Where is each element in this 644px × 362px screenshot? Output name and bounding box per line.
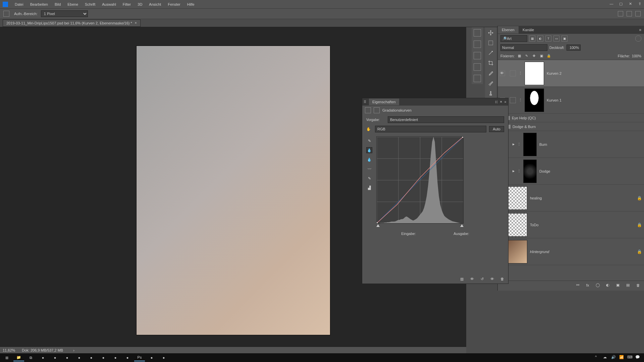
layer-kurven-2[interactable]: 👁 ⋮ Kurven 2 xyxy=(498,60,644,87)
canvas[interactable] xyxy=(137,46,330,335)
menu-ebene[interactable]: Ebene xyxy=(64,1,82,8)
disclosure-icon[interactable]: ▶ xyxy=(513,170,515,173)
minimize-icon[interactable]: — xyxy=(609,1,614,6)
lock-nest-icon[interactable]: ▣ xyxy=(539,53,544,59)
auto-button[interactable]: Auto xyxy=(489,126,504,132)
black-slider[interactable] xyxy=(376,224,380,227)
status-menu-icon[interactable]: › xyxy=(73,348,74,352)
group-icon[interactable]: ▣ xyxy=(615,283,621,288)
maximize-icon[interactable]: ▢ xyxy=(619,1,623,6)
stamp-icon[interactable] xyxy=(487,89,494,97)
mask-thumb[interactable] xyxy=(523,133,537,156)
layer-thumb[interactable] xyxy=(508,240,527,263)
app-icon-2[interactable]: ● xyxy=(50,354,60,361)
menu-bild[interactable]: Bild xyxy=(51,1,64,8)
share-icon[interactable]: ⇪ xyxy=(637,1,642,6)
filter-smart-icon[interactable]: ▣ xyxy=(561,36,568,42)
toggle-visibility-icon[interactable]: 👁 xyxy=(489,276,495,282)
delete-icon[interactable]: 🗑 xyxy=(635,283,641,288)
lock-icon[interactable]: 🔒 xyxy=(637,223,642,227)
app-icon-7[interactable]: ● xyxy=(110,354,121,361)
tab-kanaele[interactable]: Kanäle xyxy=(519,26,538,34)
layer-healing[interactable]: healing 🔒 xyxy=(498,185,644,212)
panel-icon-3[interactable] xyxy=(474,52,481,59)
layer-hintergrund[interactable]: Hintergrund 🔒 xyxy=(498,238,644,265)
marquee-icon[interactable] xyxy=(487,39,494,47)
point-tool-icon[interactable]: ✎ xyxy=(366,138,372,144)
menu-ansicht[interactable]: Ansicht xyxy=(146,1,164,8)
app-icon-10[interactable]: ● xyxy=(158,354,169,361)
explorer-icon[interactable]: 📁 xyxy=(13,354,24,361)
app-icon-1[interactable]: ● xyxy=(38,354,48,361)
fill-value[interactable]: 100% xyxy=(632,54,641,58)
lock-pos-icon[interactable]: ✥ xyxy=(531,53,537,59)
mask-icon[interactable]: ◯ xyxy=(595,283,600,288)
link-layers-icon[interactable]: ⚯ xyxy=(575,283,580,288)
menu-filter[interactable]: Filter xyxy=(119,1,134,8)
layer-dodge[interactable]: ▶ ⋮ Dodge xyxy=(498,158,644,185)
layer-thumb[interactable] xyxy=(508,213,527,237)
visibility-icon[interactable]: 👁 xyxy=(500,71,505,76)
tab-ebenen[interactable]: Ebenen xyxy=(498,26,519,34)
smooth-icon[interactable]: 〰 xyxy=(366,166,372,172)
photoshop-icon[interactable]: Ps xyxy=(134,354,145,361)
eyedropper-black-icon[interactable]: 💧 xyxy=(366,147,372,153)
filter-shape-icon[interactable]: ▭ xyxy=(553,36,559,42)
menu-schrift[interactable]: Schrift xyxy=(82,1,99,8)
clip-icon[interactable]: ▥ xyxy=(459,276,465,282)
lang-icon[interactable]: ⌨ xyxy=(627,355,633,360)
sample-size-select[interactable]: 1 Pixel xyxy=(41,10,88,17)
mask-thumb[interactable] xyxy=(525,88,544,112)
zoom-level[interactable]: 11,62% xyxy=(3,348,15,352)
tray-up-icon[interactable]: ^ xyxy=(595,355,600,360)
menu-datei[interactable]: Datei xyxy=(11,1,27,8)
new-layer-icon[interactable]: ▤ xyxy=(625,283,631,288)
brush-icon[interactable] xyxy=(487,79,494,87)
lock-paint-icon[interactable]: ✎ xyxy=(524,53,529,59)
mask-thumb[interactable] xyxy=(525,62,544,85)
targeted-adjust-icon[interactable]: ✋ xyxy=(366,127,372,131)
panel-icon-1[interactable] xyxy=(474,29,481,37)
eyedropper-icon[interactable] xyxy=(487,69,494,77)
blend-mode-select[interactable]: Normal xyxy=(500,44,547,51)
disclosure-icon[interactable]: ▶ xyxy=(513,143,515,146)
search-icon[interactable] xyxy=(618,11,623,16)
panel-close-icon[interactable]: ✕ xyxy=(500,100,502,104)
document-tab[interactable]: 2019-03-11_Miri-DripLips1507.psd bei 11,… xyxy=(3,19,141,27)
group-eye-help[interactable]: ▶ Eye Help (QC) xyxy=(498,114,644,122)
action-center-icon[interactable]: 💬 xyxy=(635,355,641,360)
preset-select[interactable]: Benutzerdefiniert xyxy=(388,116,504,123)
reset-icon[interactable]: ↺ xyxy=(479,276,485,282)
histogram-icon[interactable]: ▟ xyxy=(366,185,372,191)
layer-todo[interactable]: ToDo 🔒 xyxy=(498,212,644,238)
app-icon-6[interactable]: ● xyxy=(98,354,109,361)
panel-icon-5[interactable] xyxy=(474,75,481,82)
layer-burn[interactable]: ▶ ⋮ Burn xyxy=(498,131,644,158)
lock-icon[interactable]: 🔒 xyxy=(637,196,642,200)
view-previous-icon[interactable]: 👁 xyxy=(469,276,475,282)
menu-auswahl[interactable]: Auswahl xyxy=(99,1,119,8)
close-icon[interactable]: ✕ xyxy=(628,1,633,6)
app-icon-5[interactable]: ● xyxy=(86,354,97,361)
panel-menu-icon[interactable]: ≡ xyxy=(637,28,644,32)
filter-pixel-icon[interactable]: ▦ xyxy=(529,36,535,42)
volume-icon[interactable]: 🔊 xyxy=(611,355,616,360)
collapse-icon[interactable]: ⟨⟨ xyxy=(495,100,498,104)
network-icon[interactable]: 📶 xyxy=(619,355,625,360)
filter-type-select[interactable]: 🔎 Art xyxy=(500,35,527,42)
layer-thumb[interactable] xyxy=(508,186,527,210)
mask-thumb[interactable] xyxy=(523,160,537,183)
filter-adjust-icon[interactable]: ◐ xyxy=(537,36,543,42)
adjustment-icon[interactable] xyxy=(510,97,516,103)
tab-eigenschaften[interactable]: Eigenschaften xyxy=(369,99,399,105)
trash-icon[interactable]: 🗑 xyxy=(499,276,505,282)
opacity-value[interactable]: 100% xyxy=(567,45,581,51)
workspace-icon[interactable] xyxy=(627,11,632,16)
app-icon-3[interactable]: ● xyxy=(62,354,72,361)
app-icon-9[interactable]: ● xyxy=(146,354,157,361)
adjustment-layer-icon[interactable]: ◐ xyxy=(605,283,610,288)
crop-icon[interactable] xyxy=(487,59,494,67)
curve-graph[interactable] xyxy=(376,136,464,224)
move-icon[interactable] xyxy=(487,29,494,37)
app-icon-8[interactable]: ● xyxy=(122,354,133,361)
